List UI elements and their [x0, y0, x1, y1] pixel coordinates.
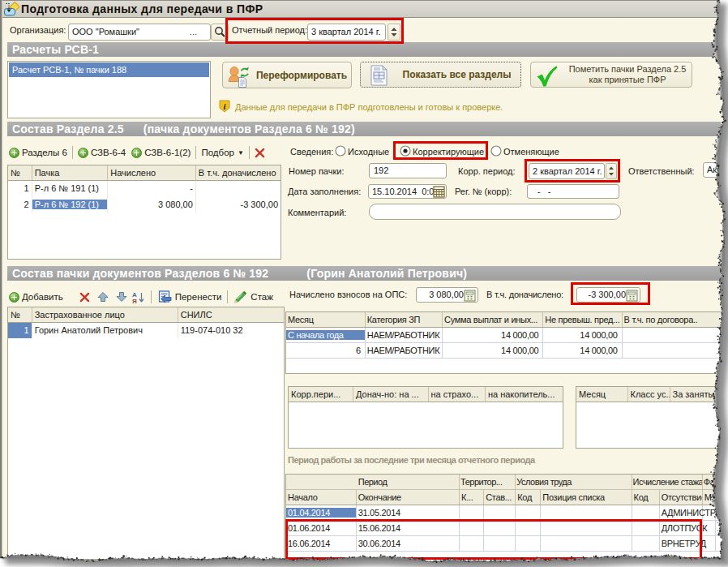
- svg-text:Я: Я: [132, 298, 137, 303]
